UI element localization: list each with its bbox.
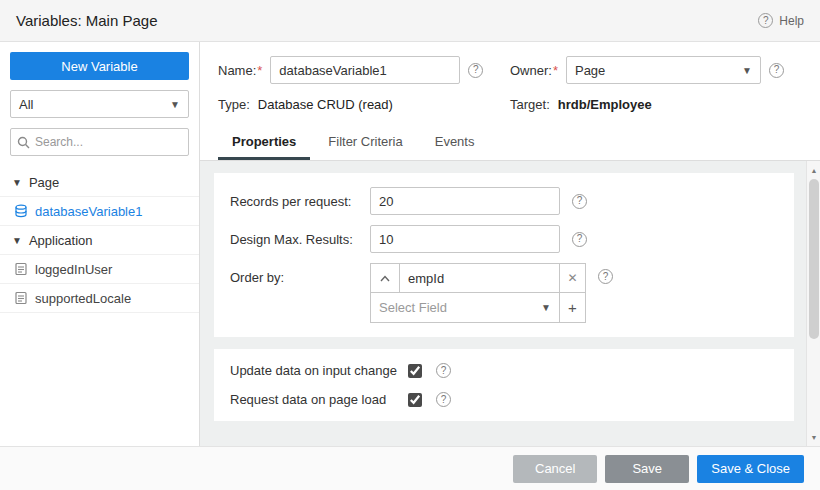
tree-item-label: databaseVariable1 (35, 204, 142, 219)
caret-down-icon: ▼ (12, 235, 22, 246)
variable-icon (14, 262, 28, 276)
target-value: hrdb/Employee (558, 97, 652, 112)
variable-filter-select[interactable]: All ▼ (10, 90, 189, 118)
scroll-down-icon[interactable]: ▼ (807, 430, 820, 444)
behavior-panel: Update data on input change ? Request da… (214, 349, 794, 421)
target-label: Target: (510, 97, 550, 112)
new-variable-button[interactable]: New Variable (10, 52, 189, 80)
name-input[interactable] (270, 56, 460, 84)
order-by-widget: empId ✕ Select Field ▼ + (370, 263, 586, 323)
records-per-request-input[interactable] (370, 187, 560, 215)
order-by-label: Order by: (230, 263, 370, 285)
cancel-button[interactable]: Cancel (513, 455, 597, 483)
tree-group-label: Application (29, 233, 93, 248)
name-help-icon[interactable]: ? (468, 63, 483, 78)
type-value: Database CRUD (read) (258, 97, 393, 112)
owner-label: Owner:* (510, 63, 558, 78)
search-box[interactable] (10, 128, 189, 156)
order-by-field-value[interactable]: empId (400, 263, 560, 293)
tab-filter-criteria[interactable]: Filter Criteria (314, 125, 416, 160)
vertical-scrollbar[interactable]: ▲ ▼ (806, 161, 820, 446)
database-variable-icon (14, 204, 28, 218)
variables-sidebar: New Variable All ▼ ▼ Page (0, 42, 200, 446)
help-label: Help (779, 14, 804, 28)
chevron-down-icon: ▼ (742, 65, 752, 76)
tab-properties[interactable]: Properties (218, 125, 310, 160)
tree-item-label: loggedInUser (35, 262, 112, 277)
design-max-results-label: Design Max. Results: (230, 232, 370, 247)
scroll-up-icon[interactable]: ▲ (807, 163, 820, 177)
properties-tab-panel: Records per request: ? Design Max. Resul… (200, 161, 820, 446)
update-on-input-change-help-icon[interactable]: ? (436, 363, 451, 378)
design-max-help-icon[interactable]: ? (572, 232, 587, 247)
owner-help-icon[interactable]: ? (769, 63, 784, 78)
data-settings-panel: Records per request: ? Design Max. Resul… (214, 173, 794, 337)
update-on-input-change-checkbox[interactable] (408, 364, 422, 378)
order-by-help-icon[interactable]: ? (598, 269, 613, 284)
help-icon: ? (758, 13, 773, 28)
page-title: Variables: Main Page (16, 12, 157, 29)
caret-down-icon: ▼ (12, 177, 22, 188)
dialog-footer: Cancel Save Save & Close (0, 446, 820, 490)
request-on-page-load-help-icon[interactable]: ? (436, 392, 451, 407)
variable-editor: Name:* ? Owner:* Page ▼ ? (200, 42, 820, 446)
tree-item-supportedlocale[interactable]: supportedLocale (0, 284, 199, 313)
tree-group-page[interactable]: ▼ Page (0, 168, 199, 197)
type-label: Type: (218, 97, 250, 112)
records-help-icon[interactable]: ? (572, 194, 587, 209)
tree-group-label: Page (29, 175, 59, 190)
required-marker: * (553, 63, 558, 78)
save-button[interactable]: Save (605, 455, 689, 483)
tab-events[interactable]: Events (421, 125, 489, 160)
request-on-page-load-checkbox[interactable] (408, 393, 422, 407)
design-max-results-input[interactable] (370, 225, 560, 253)
owner-select[interactable]: Page ▼ (566, 56, 761, 84)
search-input[interactable] (35, 135, 182, 149)
tree-item-label: supportedLocale (35, 291, 131, 306)
variables-tree: ▼ Page databaseVariable1 ▼ Application (0, 168, 199, 446)
request-on-page-load-label: Request data on page load (230, 392, 408, 407)
name-label: Name:* (218, 63, 262, 78)
scrollbar-thumb[interactable] (809, 179, 819, 339)
records-per-request-label: Records per request: (230, 194, 370, 209)
tree-item-databasevariable1[interactable]: databaseVariable1 (0, 197, 199, 226)
variable-icon (14, 291, 28, 305)
editor-tabs: Properties Filter Criteria Events (200, 125, 820, 161)
select-field-placeholder: Select Field (379, 300, 447, 315)
select-field-dropdown[interactable]: Select Field ▼ (370, 293, 560, 323)
owner-value: Page (575, 63, 605, 78)
help-link[interactable]: ? Help (758, 13, 804, 28)
update-on-input-change-label: Update data on input change (230, 363, 408, 378)
chevron-down-icon: ▼ (170, 99, 180, 110)
tree-group-application[interactable]: ▼ Application (0, 226, 199, 255)
sort-direction-button[interactable] (370, 263, 400, 293)
save-and-close-button[interactable]: Save & Close (697, 455, 804, 483)
search-icon (17, 136, 30, 149)
variables-dialog: Variables: Main Page ? Help New Variable… (0, 0, 820, 490)
add-order-field-button[interactable]: + (560, 293, 586, 323)
required-marker: * (257, 63, 262, 78)
remove-order-field-button[interactable]: ✕ (560, 263, 586, 293)
dialog-header: Variables: Main Page ? Help (0, 0, 820, 42)
tree-item-loggedinuser[interactable]: loggedInUser (0, 255, 199, 284)
chevron-down-icon: ▼ (541, 302, 551, 313)
chevron-up-icon (380, 275, 390, 282)
variable-filter-value: All (19, 97, 33, 112)
variable-form: Name:* ? Owner:* Page ▼ ? (200, 42, 820, 125)
